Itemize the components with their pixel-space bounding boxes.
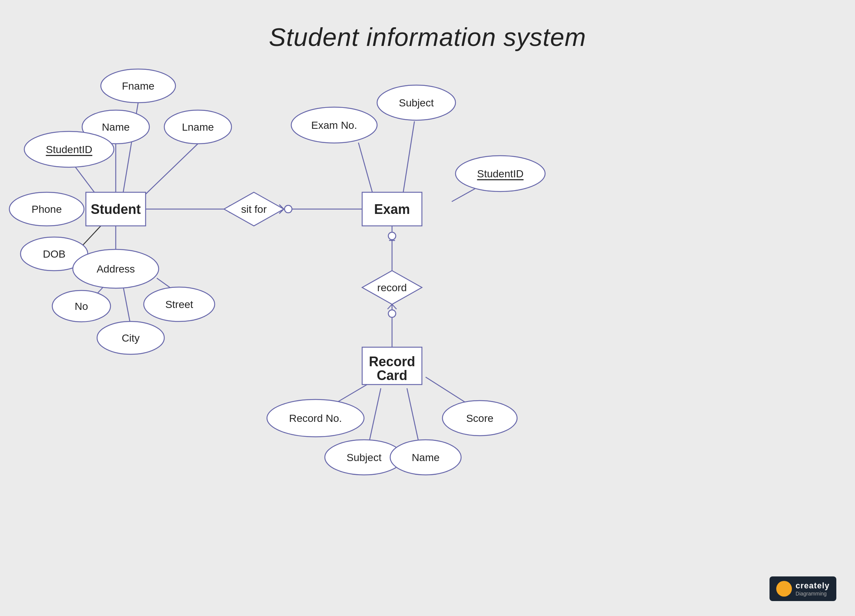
- attr-score-label: Score: [466, 412, 493, 424]
- svg-line-13: [403, 121, 414, 192]
- attr-name-label: Name: [102, 121, 130, 133]
- er-diagram-svg: Student Exam Record Card sit for record …: [0, 0, 855, 616]
- relationship-sit-for-label: sit for: [241, 204, 267, 215]
- svg-line-19: [407, 388, 418, 440]
- entity-student-label: Student: [91, 202, 141, 217]
- svg-point-25: [285, 205, 292, 213]
- relationship-record-label: record: [377, 282, 407, 293]
- attr-dob-label: DOB: [43, 248, 66, 260]
- attr-phone-label: Phone: [32, 204, 62, 215]
- attr-lname-label: Lname: [182, 121, 214, 133]
- svg-line-12: [359, 143, 373, 196]
- attr-name-rc-label: Name: [412, 452, 440, 463]
- attr-record-no-label: Record No.: [289, 412, 342, 424]
- attr-studentid2-label: StudentID: [477, 168, 524, 179]
- svg-line-3: [75, 166, 95, 193]
- svg-line-18: [369, 388, 381, 440]
- attr-address-label: Address: [97, 263, 135, 275]
- attr-subject-exam-label: Subject: [399, 97, 434, 109]
- attr-exam-no-label: Exam No.: [311, 120, 357, 131]
- entity-exam-label: Exam: [374, 202, 410, 217]
- watermark: creately Diagramming: [769, 576, 836, 601]
- watermark-icon: [776, 581, 792, 597]
- attr-street-label: Street: [165, 299, 193, 310]
- svg-line-9: [123, 287, 130, 322]
- entity-record-card-label1: Record: [369, 354, 415, 369]
- svg-point-26: [388, 232, 396, 240]
- svg-line-28: [388, 304, 392, 309]
- attr-subject-rc-label: Subject: [346, 452, 382, 463]
- svg-point-30: [388, 310, 396, 317]
- svg-line-29: [392, 304, 397, 309]
- svg-line-2: [146, 144, 198, 194]
- attr-fname-label: Fname: [122, 80, 154, 92]
- attr-city-label: City: [122, 332, 139, 344]
- diagram-container: Student information system: [0, 0, 855, 616]
- attr-no-label: No: [75, 300, 88, 312]
- attr-studentid-label: StudentID: [46, 144, 93, 155]
- entity-record-card-label2: Card: [377, 368, 408, 383]
- svg-line-20: [426, 377, 467, 403]
